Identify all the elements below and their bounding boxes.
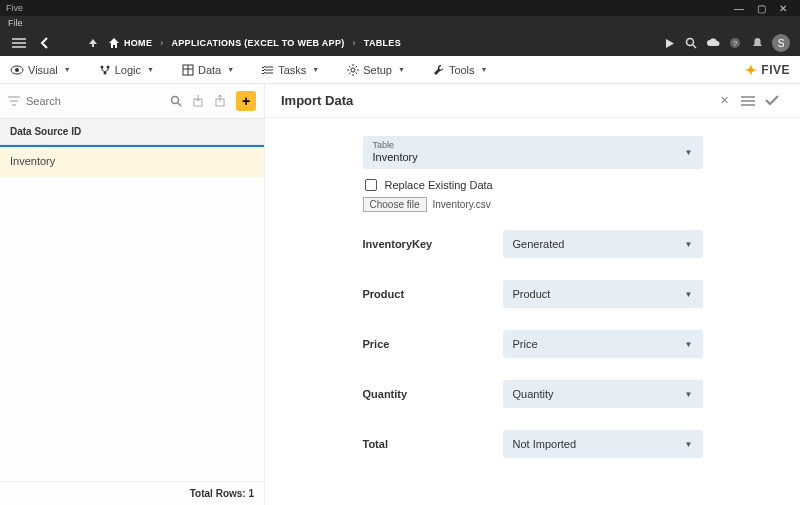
svg-text:?: ? xyxy=(733,39,738,48)
search-icon[interactable] xyxy=(170,95,186,107)
ribbon-setup[interactable]: Setup▼ xyxy=(347,64,405,76)
mapping-select[interactable]: Quantity ▼ xyxy=(503,380,703,408)
mapping-select[interactable]: Not Imported ▼ xyxy=(503,430,703,458)
chevron-down-icon: ▼ xyxy=(685,390,693,399)
add-button[interactable]: + xyxy=(236,91,256,111)
mapping-select[interactable]: Generated ▼ xyxy=(503,230,703,258)
crumb-applications[interactable]: APPLICATIONS (EXCEL TO WEB APP) xyxy=(172,38,345,48)
list-item[interactable]: Inventory xyxy=(0,145,264,177)
back-arrow-icon[interactable] xyxy=(36,37,54,49)
chevron-down-icon: ▼ xyxy=(685,240,693,249)
chevron-down-icon: ▼ xyxy=(685,290,693,299)
mapping-select[interactable]: Product ▼ xyxy=(503,280,703,308)
avatar[interactable]: S xyxy=(772,34,790,52)
gear-icon xyxy=(347,64,359,76)
topnav: HOME › APPLICATIONS (EXCEL TO WEB APP) ›… xyxy=(0,30,800,56)
window-minimize-icon[interactable]: — xyxy=(728,3,750,14)
up-arrow-icon[interactable] xyxy=(84,38,102,48)
app-title: Five xyxy=(6,3,23,13)
crumb-tables[interactable]: TABLES xyxy=(364,38,401,48)
replace-label: Replace Existing Data xyxy=(385,179,493,191)
chevron-down-icon: ▼ xyxy=(685,340,693,349)
search-icon[interactable] xyxy=(680,37,702,49)
file-name: Inventory.csv xyxy=(433,199,491,210)
filter-icon[interactable] xyxy=(8,96,20,106)
table-icon xyxy=(182,64,194,76)
mapping-row: Price Price ▼ xyxy=(363,330,703,358)
sidebar-footer: Total Rows: 1 xyxy=(0,481,264,505)
menubar: File xyxy=(0,16,800,30)
panel-header: Import Data ✕ xyxy=(265,84,800,118)
search-input[interactable] xyxy=(26,95,164,107)
window-titlebar: Five — ▢ ✕ xyxy=(0,0,800,16)
main-panel: Import Data ✕ Table Inventory ▼ Replace … xyxy=(265,84,800,505)
ribbon: Visual▼ Logic▼ Data▼ Tasks▼ Setup▼ Tools… xyxy=(0,56,800,84)
branch-icon xyxy=(99,64,111,76)
ribbon-logic[interactable]: Logic▼ xyxy=(99,64,154,76)
mapping-select[interactable]: Price ▼ xyxy=(503,330,703,358)
brand-logo: ✦ FIVE xyxy=(745,62,790,78)
choose-file-button[interactable]: Choose file xyxy=(363,197,427,212)
table-value: Inventory xyxy=(373,151,693,163)
svg-point-0 xyxy=(687,39,694,46)
cloud-icon[interactable] xyxy=(702,38,724,48)
table-select[interactable]: Table Inventory ▼ xyxy=(363,136,703,169)
mapping-label: InventoryKey xyxy=(363,238,503,250)
ribbon-tools[interactable]: Tools▼ xyxy=(433,64,488,76)
mapping-row: Total Not Imported ▼ xyxy=(363,430,703,458)
window-close-icon[interactable]: ✕ xyxy=(772,3,794,14)
bell-icon[interactable] xyxy=(746,37,768,49)
export-icon[interactable] xyxy=(214,95,230,107)
help-icon[interactable]: ? xyxy=(724,37,746,49)
replace-existing-row[interactable]: Replace Existing Data xyxy=(365,179,703,191)
wrench-icon xyxy=(433,64,445,76)
list-icon[interactable] xyxy=(736,96,760,106)
chevron-right-icon: › xyxy=(160,38,163,48)
mapping-row: Product Product ▼ xyxy=(363,280,703,308)
breadcrumb: HOME › APPLICATIONS (EXCEL TO WEB APP) ›… xyxy=(108,37,401,49)
chevron-down-icon: ▼ xyxy=(685,440,693,449)
mapping-label: Product xyxy=(363,288,503,300)
checklist-icon xyxy=(262,64,274,76)
mapping-label: Total xyxy=(363,438,503,450)
ribbon-visual[interactable]: Visual▼ xyxy=(10,64,71,76)
menu-file[interactable]: File xyxy=(8,18,23,28)
chevron-down-icon: ▼ xyxy=(685,148,693,157)
file-row: Choose file Inventory.csv xyxy=(363,197,703,212)
panel-title: Import Data xyxy=(281,93,353,108)
svg-point-9 xyxy=(351,68,355,72)
eye-icon xyxy=(10,65,24,75)
ribbon-data[interactable]: Data▼ xyxy=(182,64,234,76)
svg-point-10 xyxy=(172,97,179,104)
checkbox-icon[interactable] xyxy=(365,179,377,191)
mapping-label: Price xyxy=(363,338,503,350)
window-maximize-icon[interactable]: ▢ xyxy=(750,3,772,14)
form: Table Inventory ▼ Replace Existing Data … xyxy=(265,118,800,480)
play-icon[interactable] xyxy=(658,38,680,49)
import-icon[interactable] xyxy=(192,95,208,107)
mapping-row: Quantity Quantity ▼ xyxy=(363,380,703,408)
list-area: Inventory xyxy=(0,145,264,481)
mapping-label: Quantity xyxy=(363,388,503,400)
chevron-right-icon: › xyxy=(353,38,356,48)
mapping-row: InventoryKey Generated ▼ xyxy=(363,230,703,258)
hamburger-icon[interactable] xyxy=(10,38,28,48)
crumb-home[interactable]: HOME xyxy=(124,38,152,48)
close-icon[interactable]: ✕ xyxy=(712,94,736,107)
ribbon-tasks[interactable]: Tasks▼ xyxy=(262,64,319,76)
sidebar: + Data Source ID Inventory Total Rows: 1 xyxy=(0,84,265,505)
brand-icon: ✦ xyxy=(745,62,758,78)
svg-point-4 xyxy=(15,68,19,72)
search-row: + xyxy=(0,84,264,118)
check-icon[interactable] xyxy=(760,95,784,106)
column-header[interactable]: Data Source ID xyxy=(0,118,264,145)
home-icon xyxy=(108,37,120,49)
table-label: Table xyxy=(373,140,693,150)
